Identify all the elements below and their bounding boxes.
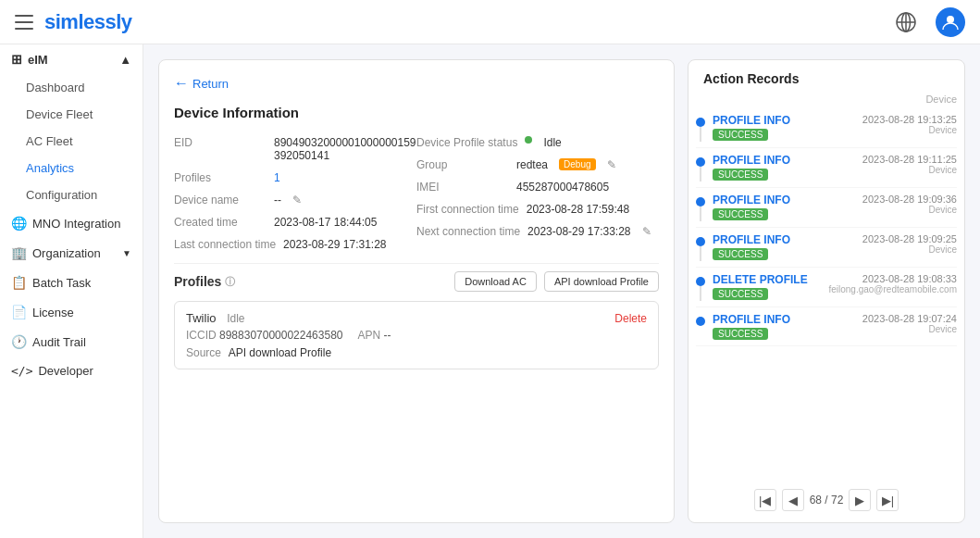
action-item-4: DELETE PROFILE SUCCESS 2023-08-28 19:08:… — [696, 268, 957, 307]
profile-name: Twilio — [186, 311, 217, 325]
sidebar-item-batch-task[interactable]: 📋 Batch Task — [0, 268, 143, 297]
profiles-actions: Download AC API download Profile — [454, 271, 659, 292]
sidebar-item-device-fleet[interactable]: Device Fleet — [0, 101, 143, 128]
sidebar-item-dashboard[interactable]: Dashboard — [0, 74, 143, 101]
group-edit-icon[interactable]: ✎ — [607, 158, 616, 171]
layout: ⊞ eIM ▲ Dashboard Device Fleet AC Fleet … — [0, 44, 980, 538]
device-information-section: Device Information EID 89049032000001000… — [174, 105, 659, 256]
action-name-2[interactable]: PROFILE INFO — [713, 194, 855, 206]
profiles-row: Profiles 1 — [174, 167, 416, 189]
action-dot-4 — [696, 277, 705, 286]
action-item-3: PROFILE INFO SUCCESS 2023-08-28 19:09:25… — [696, 228, 957, 268]
menu-icon[interactable] — [15, 15, 33, 30]
sidebar-item-mno-integration[interactable]: 🌐 MNO Integration — [0, 208, 143, 238]
back-arrow-icon: ← — [174, 75, 189, 92]
eid-label: EID — [174, 136, 267, 149]
sidebar-item-analytics[interactable]: Analytics — [0, 155, 143, 181]
action-line-0 — [700, 127, 701, 142]
action-item-0: PROFILE INFO SUCCESS 2023-08-28 19:13:25… — [696, 108, 957, 148]
profile-source-row: Source API download Profile — [186, 345, 647, 359]
action-item-1: PROFILE INFO SUCCESS 2023-08-28 19:11:25… — [696, 148, 957, 188]
last-connection-label: Last connection time — [174, 238, 276, 251]
action-line-3 — [700, 246, 701, 261]
action-time-3: 2023-08-28 19:09:25 — [862, 233, 957, 244]
profile-detail: ICCID 89883070000022463580 APN -- — [186, 329, 647, 342]
iccid-value: 89883070000022463580 — [219, 329, 342, 342]
back-button[interactable]: ← Return — [174, 75, 229, 92]
action-source-3: Device — [862, 244, 957, 255]
download-ac-button[interactable]: Download AC — [454, 271, 537, 292]
profiles-value[interactable]: 1 — [274, 171, 280, 184]
page-last-button[interactable]: ▶| — [876, 489, 899, 511]
action-time-0: 2023-08-28 19:13:25 — [862, 114, 957, 125]
action-timeline-0 — [696, 114, 705, 142]
sidebar-item-dev-label: Developer — [38, 364, 93, 378]
sidebar-item-configuration[interactable]: Configuration — [0, 181, 143, 208]
profiles-label: Profiles — [174, 171, 267, 184]
sidebar-item-organization[interactable]: 🏢 Organization ▼ — [0, 238, 143, 268]
license-icon: 📄 — [11, 305, 27, 319]
action-item-2: PROFILE INFO SUCCESS 2023-08-28 19:09:36… — [696, 188, 957, 228]
device-name-label: Device name — [174, 194, 267, 206]
imei-row: IMEI 455287000478605 — [416, 176, 659, 198]
action-right-0: 2023-08-28 19:13:25 Device — [862, 114, 957, 135]
device-info-left: EID 89049032000001000000159392050141 Pro… — [174, 131, 416, 256]
profile-row-header: Twilio Idle Delete — [186, 311, 647, 325]
action-badge-1: SUCCESS — [713, 169, 768, 181]
action-name-0[interactable]: PROFILE INFO — [713, 114, 855, 127]
profiles-info-icon[interactable]: ⓘ — [225, 275, 235, 289]
iccid-label: ICCID 89883070000022463580 — [186, 329, 343, 342]
first-connection-row: First connection time 2023-08-28 17:59:4… — [416, 198, 659, 220]
apn-label-text: APN — [358, 329, 381, 342]
api-download-button[interactable]: API download Profile — [544, 271, 659, 292]
action-name-5[interactable]: PROFILE INFO — [713, 313, 855, 326]
last-connection-row: Last connection time 2023-08-29 17:31:28 — [174, 233, 416, 256]
action-timeline-4 — [696, 273, 705, 301]
action-time-4: 2023-08-28 19:08:33 — [828, 273, 957, 284]
iccid-label-text: ICCID — [186, 329, 217, 342]
action-dot-5 — [696, 317, 705, 326]
action-right-1: 2023-08-28 19:11:25 Device — [862, 154, 957, 175]
sidebar-item-developer[interactable]: </> Developer — [0, 357, 143, 385]
action-name-4[interactable]: DELETE PROFILE — [713, 273, 821, 286]
profiles-section: Profiles ⓘ Download AC API download Prof… — [174, 271, 659, 369]
profiles-title-text: Profiles — [174, 274, 221, 289]
debug-badge: Debug — [559, 158, 595, 170]
action-records-title: Action Records — [688, 71, 964, 94]
sidebar-item-audit-trail[interactable]: 🕐 Audit Trail — [0, 327, 143, 357]
action-col-header: Device — [688, 94, 964, 108]
created-time-row: Created time 2023-08-17 18:44:05 — [174, 211, 416, 233]
apn-value: -- — [384, 329, 391, 342]
next-connection-edit-icon[interactable]: ✎ — [642, 225, 651, 238]
action-source-1: Device — [862, 165, 957, 175]
page-next-button[interactable]: ▶ — [849, 489, 871, 511]
action-right-4: 2023-08-28 19:08:33 feilong.gao@redteamo… — [828, 273, 957, 294]
eid-value: 89049032000001000000159392050141 — [274, 136, 416, 162]
next-connection-label: Next connection time — [416, 225, 520, 238]
action-content-5: PROFILE INFO SUCCESS — [713, 313, 855, 340]
action-right-3: 2023-08-28 19:09:25 Device — [862, 233, 957, 255]
action-name-1[interactable]: PROFILE INFO — [713, 154, 855, 167]
action-badge-2: SUCCESS — [713, 208, 768, 220]
sidebar-item-batch-label: Batch Task — [32, 276, 91, 290]
action-content-4: DELETE PROFILE SUCCESS — [713, 273, 821, 300]
page-first-button[interactable]: |◀ — [754, 489, 776, 511]
sidebar-item-license[interactable]: 📄 License — [0, 297, 143, 327]
user-avatar[interactable] — [936, 7, 965, 37]
sidebar-group-eim[interactable]: ⊞ eIM ▲ — [0, 44, 143, 74]
page-prev-button[interactable]: ◀ — [782, 489, 804, 511]
action-source-5: Device — [862, 324, 957, 334]
sidebar-group-label: eIM — [28, 53, 48, 67]
device-name-edit-icon[interactable]: ✎ — [292, 194, 302, 206]
next-connection-row: Next connection time 2023-08-29 17:33:28… — [416, 220, 659, 243]
sidebar-item-ac-fleet[interactable]: AC Fleet — [0, 128, 143, 155]
globe-icon[interactable] — [891, 7, 921, 37]
action-timeline-3 — [696, 233, 705, 261]
action-dot-2 — [696, 197, 705, 206]
sidebar-item-mno-label: MNO Integration — [32, 217, 120, 231]
profiles-header: Profiles ⓘ Download AC API download Prof… — [174, 271, 659, 292]
action-name-3[interactable]: PROFILE INFO — [713, 233, 855, 246]
action-line-4 — [700, 286, 701, 301]
delete-profile-button[interactable]: Delete — [614, 312, 647, 325]
status-dot-icon — [525, 136, 532, 144]
